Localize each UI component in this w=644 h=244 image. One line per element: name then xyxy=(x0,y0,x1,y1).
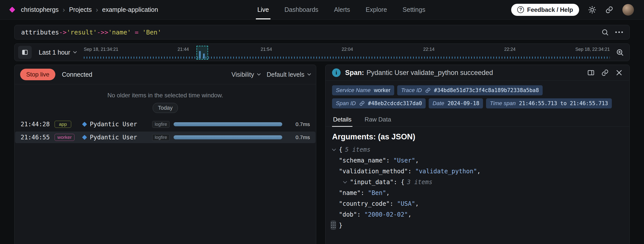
nav-explore[interactable]: Explore xyxy=(366,0,387,19)
connection-status: Connected xyxy=(62,71,92,78)
time-span-pill: Time span 21:46:55.713 to 21:46:55.713 xyxy=(486,98,612,108)
query-bar[interactable]: attributes->'result'->>'name' = 'Ben' xyxy=(14,25,630,39)
help-icon: ? xyxy=(517,6,524,13)
sidebar-toggle-icon[interactable] xyxy=(18,46,32,59)
timeline-tick: 22:04 xyxy=(342,47,353,52)
logfire-logo-icon[interactable] xyxy=(9,7,15,13)
query-token: 'result' xyxy=(67,29,97,36)
span-details-panel: i Span:Pydantic User validate_python suc… xyxy=(325,65,630,244)
span-row[interactable]: 21:44:28 app Pydantic User logfire 0.7ms xyxy=(15,118,315,130)
json-line: { 5 items xyxy=(332,144,623,155)
panel-resize-handle[interactable] xyxy=(331,221,336,230)
span-list: 21:44:28 app Pydantic User logfire 0.7ms… xyxy=(15,118,316,145)
span-time: 21:44:28 xyxy=(21,121,55,128)
chevron-down-icon xyxy=(73,50,77,53)
service-tag[interactable]: app xyxy=(55,121,71,128)
breadcrumb-org[interactable]: christophergs xyxy=(21,6,59,13)
copy-link-icon[interactable] xyxy=(601,69,609,76)
live-panel: Stop live Connected Visibility Default l… xyxy=(14,65,316,244)
tab-raw-data[interactable]: Raw Data xyxy=(364,113,392,127)
topbar-actions: ? Feedback / Help xyxy=(511,4,634,16)
query-token: -> xyxy=(59,29,67,36)
live-panel-header: Stop live Connected Visibility Default l… xyxy=(15,65,316,84)
span-kind-icon xyxy=(82,135,87,140)
timeline-strip[interactable]: Sep 18, 21:34:21 21:44 21:54 22:04 22:14… xyxy=(84,44,610,61)
span-title-text: Pydantic User xyxy=(90,134,152,141)
link-icon[interactable] xyxy=(425,88,431,93)
share-link-icon[interactable] xyxy=(605,6,613,14)
timeline-tick: 21:54 xyxy=(261,47,272,52)
nav-dashboards[interactable]: Dashboards xyxy=(285,0,318,19)
link-icon[interactable] xyxy=(359,101,365,106)
close-icon[interactable] xyxy=(615,69,623,76)
span-id-pill: Span ID #48eb2cdcdc317da0 xyxy=(332,98,426,108)
nav-settings[interactable]: Settings xyxy=(403,0,425,19)
arguments-heading: Arguments: (as JSON) xyxy=(332,132,623,141)
today-button[interactable]: Today xyxy=(153,103,178,113)
json-tree: { 5 items "schema_name": "User", "valida… xyxy=(332,144,623,231)
json-line: "country_code": "USA", xyxy=(332,198,623,209)
info-icon: i xyxy=(332,68,341,77)
breadcrumb-chevron-icon: › xyxy=(63,6,65,13)
span-details-header: i Span:Pydantic User validate_python suc… xyxy=(326,65,629,81)
query-token: 'Ben' xyxy=(142,29,161,36)
main-nav: Live Dashboards Alerts Explore Settings xyxy=(257,0,425,19)
duration-label: 0.7ms xyxy=(282,121,310,127)
visibility-dropdown[interactable]: Visibility xyxy=(231,71,260,78)
feedback-help-button[interactable]: ? Feedback / Help xyxy=(511,4,579,16)
query-token: 'name' xyxy=(108,29,131,36)
span-details-title: Span:Pydantic User validate_python succe… xyxy=(345,69,493,77)
details-tabs: Details Raw Data xyxy=(326,113,629,127)
time-range-label: Last 1 hour xyxy=(39,49,70,56)
collapse-caret-icon[interactable] xyxy=(343,180,347,184)
query-more-icon[interactable] xyxy=(615,31,623,33)
scope-badge: logfire xyxy=(152,134,170,141)
default-levels-dropdown[interactable]: Default levels xyxy=(267,71,310,78)
timeline-tick: Sep 18, 21:34:21 xyxy=(84,47,118,52)
topbar: christophergs › Projects › example-appli… xyxy=(0,0,644,20)
query-token: = xyxy=(131,29,142,36)
date-pill: Date 2024-09-18 xyxy=(429,98,483,108)
timeline-tick: Sep 18, 22:34:21 xyxy=(575,47,610,52)
span-meta-pills: Service Name worker Trace ID #34bd8e51d7… xyxy=(326,81,629,110)
timeline-tick: 21:44 xyxy=(178,47,189,52)
json-line: "validation_method": "validate_python", xyxy=(332,166,623,177)
span-kind-icon xyxy=(82,122,87,127)
chevron-down-icon xyxy=(307,72,311,75)
breadcrumb-projects[interactable]: Projects xyxy=(69,6,92,13)
span-details-actions xyxy=(587,69,623,76)
stop-live-button[interactable]: Stop live xyxy=(20,69,55,80)
scope-badge: logfire xyxy=(152,121,170,128)
json-line: "dob": "2000-02-02", xyxy=(332,209,623,220)
breadcrumb-project[interactable]: example-application xyxy=(102,6,158,13)
span-row[interactable]: 21:46:55 worker Pydantic User logfire 0.… xyxy=(15,132,315,143)
timeline-tick: 22:24 xyxy=(504,47,515,52)
tab-details[interactable]: Details xyxy=(332,113,352,127)
service-tag[interactable]: worker xyxy=(55,134,74,141)
query-input[interactable]: attributes->'result'->>'name' = 'Ben' xyxy=(21,29,601,36)
span-title-text: Pydantic User xyxy=(90,121,152,128)
theme-brightness-icon[interactable] xyxy=(588,6,596,14)
json-line: "name": "Ben", xyxy=(332,188,623,198)
main-content: Stop live Connected Visibility Default l… xyxy=(14,65,630,244)
timeline-tick: 22:14 xyxy=(423,47,434,52)
timeline-selection[interactable] xyxy=(196,46,208,60)
json-line: "schema_name": "User", xyxy=(332,155,623,166)
query-token: attributes xyxy=(21,29,59,36)
duration-bar xyxy=(174,122,282,126)
nav-alerts[interactable]: Alerts xyxy=(334,0,350,19)
json-line: "input_data": { 3 items xyxy=(332,177,623,188)
breadcrumb-chevron-icon: › xyxy=(96,6,98,13)
search-icon[interactable] xyxy=(601,28,609,36)
dock-panel-icon[interactable] xyxy=(587,69,595,76)
zoom-in-icon[interactable] xyxy=(616,48,624,56)
user-avatar[interactable] xyxy=(622,4,634,16)
time-range-selector[interactable]: Last 1 hour xyxy=(39,49,76,56)
nav-live[interactable]: Live xyxy=(257,0,269,19)
chevron-down-icon xyxy=(257,72,261,75)
timeline-histogram xyxy=(84,57,610,59)
collapse-caret-icon[interactable] xyxy=(332,147,336,151)
details-content: Arguments: (as JSON) { 5 items "schema_n… xyxy=(326,127,629,236)
query-token: ->> xyxy=(97,29,108,36)
span-time: 21:46:55 xyxy=(21,134,55,141)
